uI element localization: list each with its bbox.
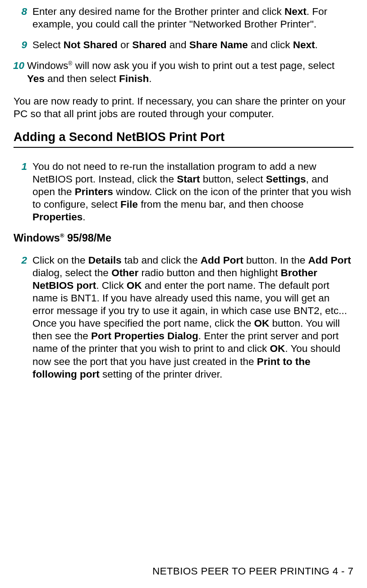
paragraph-ready: You are now ready to print. If necessary…: [14, 95, 353, 120]
step-2-win9598: 2 Click on the Details tab and click the…: [14, 254, 353, 381]
step-number: 2: [14, 254, 27, 267]
step-10: 10 Windows® will now ask you if you wish…: [14, 59, 353, 85]
step-number: 10: [11, 59, 24, 72]
document-page: 8 Enter any desired name for the Brother…: [0, 0, 367, 588]
step-number: 8: [14, 5, 27, 18]
heading-rule: [14, 147, 353, 148]
step-text: Select Not Shared or Shared and Share Na…: [32, 39, 353, 51]
heading-windows-9598me: Windows® 95/98/Me: [14, 232, 353, 244]
step-text: Enter any desired name for the Brother p…: [32, 5, 353, 31]
step-number: 1: [14, 160, 27, 173]
step-1-second-port: 1 You do not need to re-run the installa…: [14, 160, 353, 224]
step-number: 9: [14, 39, 27, 51]
step-8: 8 Enter any desired name for the Brother…: [14, 5, 353, 31]
step-text: Windows® will now ask you if you wish to…: [27, 59, 353, 85]
step-9: 9 Select Not Shared or Shared and Share …: [14, 39, 353, 51]
page-footer: NETBIOS PEER TO PEER PRINTING 4 - 7: [152, 565, 353, 577]
step-text: You do not need to re-run the installati…: [32, 160, 353, 224]
heading-add-second-port: Adding a Second NetBIOS Print Port: [14, 130, 353, 144]
step-text: Click on the Details tab and click the A…: [32, 254, 353, 381]
